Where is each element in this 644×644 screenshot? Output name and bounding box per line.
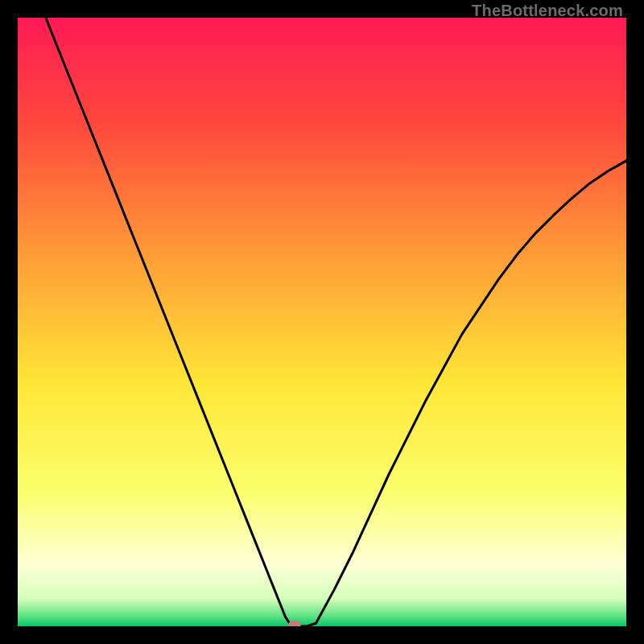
chart-svg	[18, 18, 626, 626]
gradient-background	[18, 18, 626, 626]
watermark-text: TheBottleneck.com	[472, 2, 623, 20]
chart-frame	[18, 18, 626, 626]
